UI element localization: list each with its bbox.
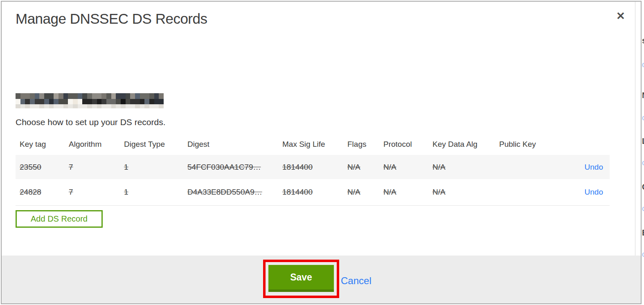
table-header-row: Key tag Algorithm Digest Type Digest Max…	[16, 134, 610, 155]
digest-value: 54FCF030AA1C79…	[187, 163, 261, 171]
col-header-key-tag: Key tag	[16, 134, 65, 155]
col-header-protocol: Protocol	[379, 134, 428, 155]
digest-type-value: 1	[124, 163, 128, 171]
redacted-domain-name	[16, 93, 164, 108]
col-header-digest-type: Digest Type	[120, 134, 183, 155]
close-icon[interactable]: ✕	[614, 9, 628, 23]
background-text-fragment: c	[642, 204, 644, 213]
background-text-fragment: E	[642, 228, 644, 238]
ds-records-table: Key tag Algorithm Digest Type Digest Max…	[16, 134, 610, 206]
save-button[interactable]: Save	[268, 265, 334, 292]
protocol-value: N/A	[383, 188, 396, 196]
modal-right-edge-line	[635, 2, 635, 256]
key-tag-value: 23550	[20, 163, 41, 171]
algorithm-value: 7	[69, 188, 73, 196]
background-text-fragment: c	[642, 250, 644, 259]
algorithm-value: 7	[69, 163, 73, 171]
save-highlight-annotation: Save	[263, 260, 339, 298]
background-text-fragment: d	[642, 61, 644, 69]
flags-value: N/A	[347, 163, 360, 171]
key-tag-value: 24828	[20, 188, 41, 196]
table-row: 23550 7 1 54FCF030AA1C79… 1814400 N/A N/…	[16, 155, 610, 179]
background-text-fragment: c	[642, 114, 644, 122]
dialog-footer: Save Cancel	[2, 256, 641, 303]
col-header-flags: Flags	[343, 134, 379, 155]
digest-value: D4A33E8DD550A9…	[187, 188, 262, 196]
table-row: 24828 7 1 D4A33E8DD550A9… 1814400 N/A N/…	[16, 179, 610, 205]
undo-link[interactable]: Undo	[585, 163, 603, 171]
max-sig-life-value: 1814400	[282, 188, 313, 196]
col-header-action	[548, 134, 610, 155]
key-data-alg-value: N/A	[432, 188, 446, 196]
background-text-fragment: C	[642, 182, 644, 192]
instruction-text: Choose how to set up your DS records.	[16, 117, 166, 127]
cancel-link[interactable]: Cancel	[341, 275, 372, 287]
col-header-key-data-alg: Key Data Alg	[428, 134, 495, 155]
add-ds-record-button[interactable]: Add DS Record	[16, 210, 103, 228]
background-text-fragment: s	[642, 36, 644, 45]
max-sig-life-value: 1814400	[282, 163, 313, 171]
background-text-fragment: N	[642, 91, 644, 100]
digest-type-value: 1	[124, 188, 128, 196]
flags-value: N/A	[347, 188, 360, 196]
dnssec-dialog: Manage DNSSEC DS Records ✕ Choose how to…	[1, 1, 642, 304]
background-text-fragment: L	[642, 137, 644, 146]
col-header-digest: Digest	[183, 134, 278, 155]
protocol-value: N/A	[383, 163, 396, 171]
col-header-public-key: Public Key	[495, 134, 548, 155]
background-text-fragment: c	[642, 159, 644, 167]
key-data-alg-value: N/A	[432, 163, 446, 171]
undo-link[interactable]: Undo	[585, 188, 603, 196]
page-title: Manage DNSSEC DS Records	[16, 11, 207, 27]
col-header-algorithm: Algorithm	[65, 134, 120, 155]
col-header-max-sig-life: Max Sig Life	[278, 134, 343, 155]
